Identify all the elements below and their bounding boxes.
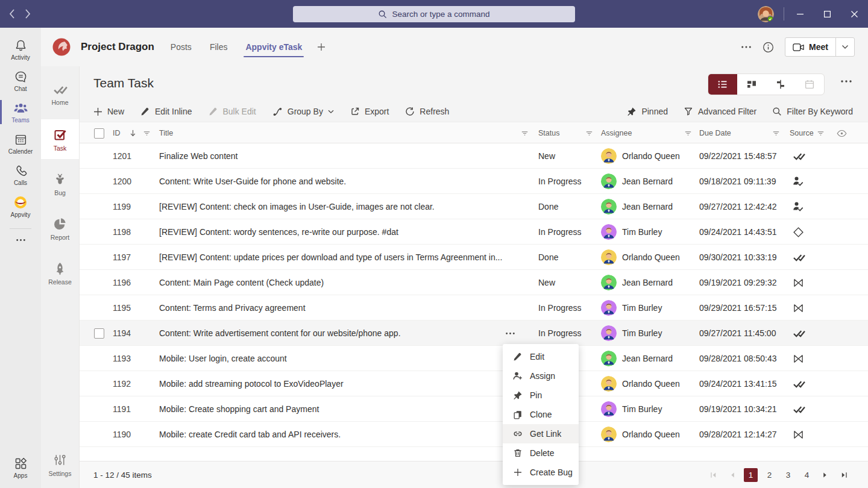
column-header-title[interactable]: Title (159, 122, 173, 144)
board-view-button[interactable] (737, 74, 766, 95)
task-title[interactable]: Mobile: create Credit card tab and API r… (159, 422, 341, 447)
menu-item-assign[interactable]: Assign (503, 366, 579, 386)
sidebar-item-appvity[interactable]: Appvity (0, 190, 41, 222)
menu-item-clone[interactable]: Clone (503, 405, 579, 424)
menu-item-get-link[interactable]: Get Link (503, 424, 579, 443)
page-button[interactable]: 2 (763, 468, 776, 482)
table-row[interactable]: 1193 Mobile: User login, create account … (80, 346, 868, 371)
nav-forward-icon[interactable] (24, 8, 31, 20)
page-button[interactable]: 3 (781, 468, 795, 482)
sidebar-item-apps[interactable]: Apps (0, 452, 41, 483)
nav-back-icon[interactable] (8, 8, 16, 20)
gantt-view-button[interactable] (766, 74, 795, 95)
tab-posts[interactable]: Posts (170, 30, 192, 64)
task-title[interactable]: Mobile: add streaming potocol to ExoVide… (159, 371, 344, 396)
new-button[interactable]: New (93, 107, 124, 116)
column-header-assignee[interactable]: Assignee (601, 122, 632, 144)
sidebar-item-teams[interactable]: Teams (0, 96, 41, 128)
table-row[interactable]: 1200 Content: Write User-Guide for phone… (80, 169, 868, 194)
add-tab-icon[interactable] (317, 43, 326, 51)
first-page-icon[interactable] (706, 468, 720, 482)
menu-item-edit[interactable]: Edit (503, 347, 579, 366)
column-header-id[interactable]: ID (113, 122, 121, 144)
view-more-icon[interactable] (840, 80, 852, 83)
column-header-due-date[interactable]: Due Date (699, 122, 731, 144)
channel-info-icon[interactable] (763, 42, 774, 53)
refresh-button[interactable]: Refresh (405, 107, 449, 116)
table-row[interactable]: 1195 Content: Terms and Privacy agreemen… (80, 295, 868, 321)
minimize-button[interactable] (787, 0, 814, 28)
edit-inline-button[interactable]: Edit Inline (140, 107, 192, 116)
filter-icon-source[interactable] (816, 122, 825, 144)
table-row[interactable]: 1199 [REVIEW] Content: check on images i… (80, 194, 868, 219)
bulk-edit-button[interactable]: Bulk Edit (209, 107, 256, 116)
assignee-avatar (601, 351, 617, 366)
row-more-icon[interactable] (505, 321, 515, 346)
filter-icon-assignee[interactable] (684, 122, 693, 144)
meet-dropdown-chevron[interactable] (836, 38, 854, 56)
column-header-status[interactable]: Status (538, 122, 559, 144)
close-button[interactable] (841, 0, 868, 28)
task-title[interactable]: [REVIEW] Content: update prices per down… (159, 245, 502, 270)
table-row[interactable]: 1201 Finalize Web content New Orlando Qu… (80, 143, 868, 169)
table-row[interactable]: 1194 Content: Write advertisement conten… (80, 321, 868, 346)
sort-descending-icon[interactable] (129, 122, 137, 144)
maximize-button[interactable] (814, 0, 841, 28)
sidebar-item-calendar[interactable]: Calender (0, 128, 41, 159)
table-row[interactable]: 1198 [REVIEW] Content: wordy sentences, … (80, 219, 868, 245)
module-home[interactable]: Home (41, 75, 79, 114)
page-button[interactable]: 4 (800, 468, 814, 482)
table-row[interactable]: 1196 Content: Main Page content (Check u… (80, 270, 868, 295)
column-visibility-eye-icon[interactable] (837, 122, 847, 144)
task-title[interactable]: Content: Write advertisement content for… (159, 321, 401, 346)
menu-item-pin[interactable]: Pin (503, 386, 579, 405)
task-title[interactable]: Mobile: Create shopping cart and Payment (159, 396, 319, 422)
menu-item-delete[interactable]: Delete (503, 443, 579, 463)
sidebar-item-chat[interactable]: Chat (0, 65, 41, 96)
module-report[interactable]: Report (41, 208, 79, 248)
user-avatar[interactable] (758, 6, 774, 22)
module-settings[interactable]: Settings (41, 445, 79, 484)
meet-button[interactable]: Meet (785, 38, 836, 56)
filter-icon-id[interactable] (142, 122, 151, 144)
row-checkbox[interactable] (94, 321, 104, 346)
filter-icon-title[interactable] (520, 122, 529, 144)
calendar-view-button[interactable] (795, 74, 824, 95)
task-title[interactable]: [REVIEW] Content: wordy sentences, re-wr… (159, 219, 398, 245)
module-bug[interactable]: Bug (41, 164, 79, 204)
prev-page-icon[interactable] (725, 468, 739, 482)
select-all-checkbox[interactable] (94, 122, 104, 144)
list-view-button[interactable] (708, 74, 737, 95)
tab-files[interactable]: Files (209, 30, 228, 64)
sidebar-item-calls[interactable]: Calls (0, 159, 41, 190)
table-row[interactable]: 1190 Mobile: create Credit card tab and … (80, 422, 868, 447)
module-release[interactable]: Release (41, 253, 79, 293)
page-button[interactable]: 1 (744, 468, 758, 482)
filter-icon-due-date[interactable] (772, 122, 781, 144)
menu-item-create-bug[interactable]: Create Bug (503, 463, 579, 482)
advanced-filter-button[interactable]: Advanced Filter (684, 107, 756, 116)
sidebar-item-activity[interactable]: Activity (0, 34, 41, 65)
next-page-icon[interactable] (819, 468, 832, 482)
filter-icon-status[interactable] (585, 122, 594, 144)
task-title[interactable]: Content: Main Page content (Check update… (159, 270, 324, 295)
table-row[interactable]: 1192 Mobile: add streaming potocol to Ex… (80, 371, 868, 396)
pinned-button[interactable]: Pinned (627, 107, 668, 116)
export-button[interactable]: Export (350, 107, 389, 116)
table-row[interactable]: 1191 Mobile: Create shopping cart and Pa… (80, 396, 868, 422)
task-title[interactable]: [REVIEW] Content: check on images in Use… (159, 194, 435, 219)
column-header-source[interactable]: Source (790, 122, 814, 144)
filter-by-keyword-button[interactable]: Filter By Keyword (772, 107, 853, 116)
module-task[interactable]: Task (41, 119, 79, 159)
table-row[interactable]: 1197 [REVIEW] Content: update prices per… (80, 245, 868, 270)
search-command-box[interactable]: Search or type a command (293, 6, 575, 22)
task-title[interactable]: Finalize Web content (159, 143, 237, 169)
task-title[interactable]: Mobile: User login, create account (159, 346, 287, 371)
task-title[interactable]: Content: Terms and Privacy agreement (159, 295, 306, 321)
task-title[interactable]: Content: Write User-Guide for phone and … (159, 169, 346, 194)
tab-appvity-etask[interactable]: Appvity eTask (245, 30, 303, 64)
last-page-icon[interactable] (837, 468, 851, 482)
channel-more-icon[interactable] (741, 45, 752, 49)
rail-more-icon[interactable] (16, 233, 26, 248)
group-by-button[interactable]: Group By (272, 107, 334, 117)
